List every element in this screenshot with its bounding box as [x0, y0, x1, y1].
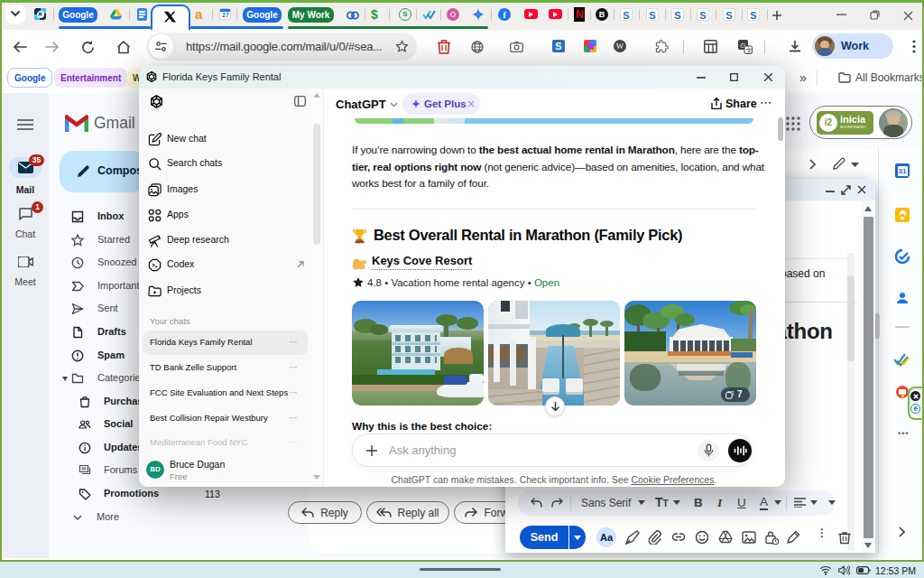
- svg-text:文: 文: [746, 47, 753, 53]
